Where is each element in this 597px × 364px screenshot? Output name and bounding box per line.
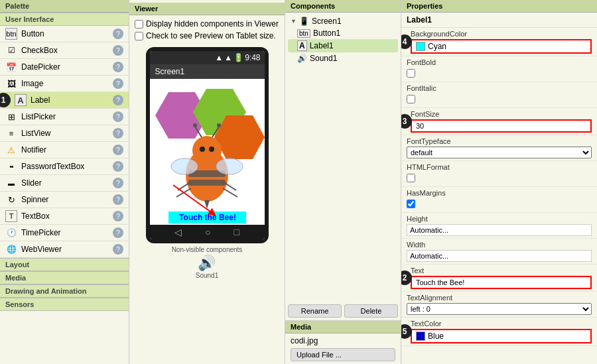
svg-point-11 [193,123,197,127]
help-icon[interactable]: ? [113,178,123,188]
prop-hasmargins-checkbox[interactable] [407,200,415,208]
prop-htmlformat: HTMLFormat [401,161,597,187]
home-button[interactable]: ○ [205,227,210,237]
comp-screen1[interactable]: ▼ 📱 Screen1 [288,15,398,27]
palette-item-label-text: Label [31,95,113,105]
recents-button[interactable]: □ [234,227,239,237]
prop-fontsize: 3 FontSize [401,108,597,135]
expand-icon: ▼ [291,18,297,25]
prop-text-input[interactable] [411,276,592,289]
palette-item-textbox[interactable]: T TextBox ? [0,208,129,225]
prop-fontsize-input[interactable] [411,119,592,133]
prop-fonttypeface-select[interactable]: default [407,147,592,158]
help-icon[interactable]: ? [113,244,123,255]
palette-section-sensors[interactable]: Sensors [0,298,129,311]
comp-label1[interactable]: A Label1 [288,39,398,52]
prop-height: Height [401,213,597,239]
prop-fontitalic-label: FontItalic [407,84,592,92]
prop-backgroundcolor-text: Cyan [428,42,446,51]
palette-item-slider[interactable]: ▬ Slider ? [0,175,129,192]
delete-button[interactable]: Delete [344,304,398,318]
palette-section-drawing[interactable]: Drawing and Animation [0,284,129,298]
palette-section-layout[interactable]: Layout [0,258,129,271]
palette-item-notifier[interactable]: ⚠ Notifier ? [0,142,129,158]
tablet-preview-checkbox[interactable] [135,32,143,40]
button-comp-icon: btn [297,29,310,38]
password-icon: •• [5,160,17,172]
prop-fontitalic-checkbox[interactable] [407,95,415,103]
help-icon[interactable]: ? [113,29,123,39]
signal-icon: ▲ [224,53,232,62]
palette-item-label: DatePicker [21,62,113,72]
prop-fontitalic: FontItalic [401,82,597,108]
palette-item-spinner[interactable]: ↻ Spinner ? [0,192,129,208]
tablet-preview-option[interactable]: Check to see Preview on Tablet size. [135,30,279,42]
sound-icon: 🔊 [196,255,218,272]
help-icon[interactable]: ? [113,145,123,155]
comp-sound1[interactable]: 🔊 Sound1 [288,52,398,64]
prop-textalignment-select[interactable]: left : 0 [407,303,592,315]
screen-icon: 📱 [299,17,309,26]
prop-width-input[interactable] [407,250,592,262]
palette-item-label: Slider [21,178,113,188]
svg-point-14 [171,158,198,174]
palette-item-passwordtextbox[interactable]: •• PasswordTextBox ? [0,158,129,175]
help-icon[interactable]: ? [113,194,123,205]
palette-item-label: ListPicker [21,112,113,121]
palette-item-label: PasswordTextBox [21,162,113,171]
hidden-components-checkbox[interactable] [135,20,143,29]
prop-hasmargins-label: HasMargins [407,189,592,197]
palette-item-checkbox[interactable]: ☑ CheckBox ? [0,42,129,59]
palette-item-listview[interactable]: ≡ ListView ? [0,125,129,142]
palette-item-button[interactable]: btn Button ? [0,26,129,42]
help-icon[interactable]: ? [113,161,123,172]
help-icon[interactable]: ? [113,95,123,105]
palette-item-timepicker[interactable]: 🕐 TimePicker ? [0,225,129,241]
prop-textalignment: TextAlignment left : 0 [401,292,597,318]
palette-item-listpicker[interactable]: ⊞ ListPicker ? [0,109,129,125]
prop-height-input[interactable] [407,224,592,236]
prop-textcolor-text: Blue [428,332,444,341]
prop-textcolor-value[interactable]: Blue [411,329,592,343]
prop-width: Width [401,239,597,265]
help-icon[interactable]: ? [113,62,123,72]
prop-htmlformat-checkbox[interactable] [407,174,415,182]
upload-file-button[interactable]: Upload File ... [291,348,395,361]
palette-item-label[interactable]: 1 A Label ? [0,92,129,109]
image-icon: 🖼 [5,78,17,90]
palette-item-datepicker[interactable]: 📅 DatePicker ? [0,59,129,76]
help-icon[interactable]: ? [113,45,123,56]
palette-item-label: ListView [21,129,113,138]
bee-scene-svg: Touch the Bee! [150,79,265,225]
prop-fonttypeface-label: FontTypeface [407,137,592,145]
properties-header: Properties [401,0,597,13]
media-content: codi.jpg Upload File ... [285,334,401,364]
palette-item-image[interactable]: 🖼 Image ? [0,76,129,92]
hidden-components-option[interactable]: Display hidden components in Viewer [135,18,279,30]
battery-icon: 🔋 [233,53,243,62]
phone-status-bar: ▲ ▲ 🔋 9:48 [150,51,265,64]
palette-section-media[interactable]: Media [0,271,129,284]
label-icon: A [15,94,27,106]
media-header: Media [285,321,401,334]
sound-comp-icon: 🔊 [297,54,307,63]
prop-backgroundcolor-label: BackgroundColor [411,30,592,38]
help-icon[interactable]: ? [113,227,123,238]
help-icon[interactable]: ? [113,78,123,89]
comp-button1[interactable]: btn Button1 [288,27,398,39]
prop-fontbold-checkbox[interactable] [407,69,415,78]
help-icon[interactable]: ? [113,211,123,221]
help-icon[interactable]: ? [113,111,123,122]
palette-item-label: WebViewer [21,245,113,254]
sound-component-area: 🔊 Sound1 [196,255,218,279]
listview-icon: ≡ [5,127,17,139]
phone-content[interactable]: Touch the Bee! [150,79,265,225]
back-button[interactable]: ◁ [174,227,182,237]
prop-width-label: Width [407,241,592,249]
rename-button[interactable]: Rename [288,304,342,318]
help-icon[interactable]: ? [113,128,123,139]
prop-backgroundcolor-value[interactable]: Cyan [411,39,592,54]
palette-item-webviewer[interactable]: 🌐 WebViewer ? [0,241,129,258]
tablet-preview-label: Check to see Preview on Tablet size. [146,30,276,42]
component-actions: Rename Delete [285,302,401,320]
